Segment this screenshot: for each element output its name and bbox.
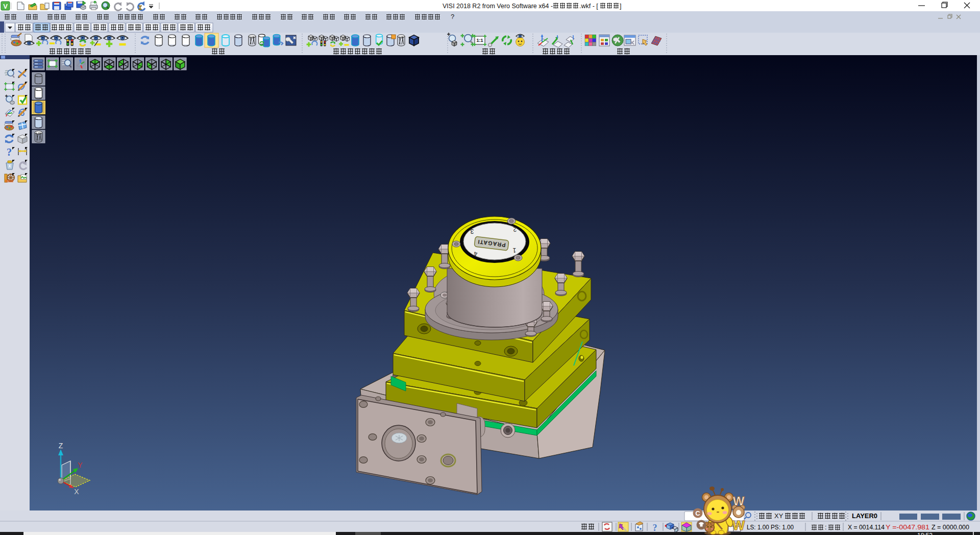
svg-text:Z: Z	[59, 442, 63, 450]
svg-text:W: W	[732, 518, 745, 533]
svg-text:3: 3	[470, 228, 474, 235]
svg-text:4: 4	[474, 250, 477, 257]
svg-text:X = 0014.114: X = 0014.114	[848, 523, 885, 531]
svg-text::: :	[825, 523, 827, 531]
svg-text:?: ?	[451, 13, 454, 20]
svg-text:Y: Y	[78, 461, 83, 469]
svg-text:Y =-0047.981: Y =-0047.981	[886, 523, 929, 531]
svg-text:XY: XY	[774, 512, 783, 520]
svg-text:1: 1	[512, 247, 516, 254]
svg-text:.wkf - [: .wkf - [	[579, 3, 598, 10]
svg-text:VISI 2018 R2 from Vero Softwar: VISI 2018 R2 from Vero Software x64 -	[443, 3, 553, 10]
svg-text:LS: 1.00 PS: 1.00: LS: 1.00 PS: 1.00	[747, 523, 794, 531]
svg-text:X: X	[74, 488, 79, 496]
svg-text:]: ]	[620, 3, 621, 10]
svg-text:18:52: 18:52	[917, 532, 933, 535]
svg-text:C: C	[695, 509, 700, 517]
svg-text:1:1: 1:1	[476, 38, 483, 43]
svg-text:2: 2	[513, 226, 517, 233]
svg-text:?: ?	[653, 523, 657, 533]
svg-text:LAYER0: LAYER0	[852, 512, 877, 520]
svg-text:?: ?	[7, 147, 12, 158]
svg-text:V: V	[3, 3, 8, 10]
svg-text:Z = 0000.000: Z = 0000.000	[932, 523, 969, 531]
